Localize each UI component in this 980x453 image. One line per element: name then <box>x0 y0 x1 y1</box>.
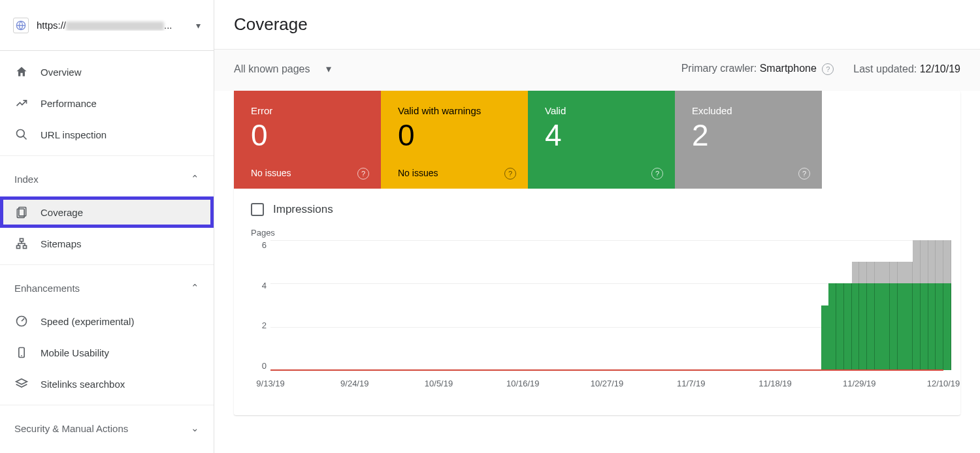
updated-value: 12/10/19 <box>920 63 960 74</box>
svg-rect-5 <box>20 239 24 242</box>
trend-icon <box>14 97 29 110</box>
tile-error[interactable]: Error 0 No issues ? <box>234 91 381 189</box>
sidebar-item-coverage[interactable]: Coverage <box>0 196 214 228</box>
x-tick: 10/16/19 <box>506 379 540 388</box>
bar-valid[interactable] <box>921 283 928 370</box>
sidebar-item-mobile-usability[interactable]: Mobile Usability <box>0 337 214 368</box>
bar-valid[interactable] <box>882 283 890 370</box>
page-title: Coverage <box>214 0 980 50</box>
bar-valid[interactable] <box>890 283 898 370</box>
sitemap-icon <box>14 237 29 250</box>
crawler-value: Smartphone <box>760 63 817 74</box>
bar-valid[interactable] <box>852 283 860 370</box>
coverage-chart: Pages 6 4 2 0 9/13/199/2 <box>234 223 960 415</box>
x-axis: 9/13/199/24/1910/5/1910/16/1910/27/1911/… <box>270 375 943 397</box>
tile-sub: No issues <box>251 168 364 178</box>
svg-rect-7 <box>24 245 27 248</box>
last-updated: Last updated: 12/10/19 <box>853 63 960 75</box>
svg-line-2 <box>24 136 27 140</box>
updated-label: Last updated: <box>853 63 919 74</box>
sidebar-item-label: Speed (experimental) <box>41 316 134 327</box>
bar-valid[interactable] <box>905 283 913 370</box>
tile-label: Excluded <box>692 105 805 116</box>
caret-down-icon: ▾ <box>326 63 331 75</box>
help-icon[interactable]: ? <box>822 63 834 75</box>
tile-valid[interactable]: Valid 4 ? <box>528 91 675 189</box>
sidebar-item-label: Performance <box>41 98 97 109</box>
bar-valid[interactable] <box>943 283 951 370</box>
bar-valid[interactable] <box>928 283 936 370</box>
sidebar-section-security[interactable]: Security & Manual Actions ⌄ <box>0 411 214 446</box>
x-tick: 12/10/19 <box>927 379 960 388</box>
x-tick: 11/7/19 <box>677 379 705 388</box>
tile-label: Error <box>251 105 364 116</box>
help-icon[interactable]: ? <box>357 168 369 180</box>
caret-down-icon: ▾ <box>196 20 201 31</box>
tile-label: Valid with warnings <box>398 105 511 116</box>
svg-point-1 <box>17 130 25 138</box>
x-tick: 9/24/19 <box>340 379 368 388</box>
impressions-toggle[interactable]: Impressions <box>234 189 960 223</box>
section-label: Index <box>14 174 39 185</box>
bar-valid[interactable] <box>859 283 867 370</box>
mobile-icon <box>14 346 29 359</box>
plot-area <box>270 240 943 371</box>
y-tick: 6 <box>262 240 267 250</box>
bar-valid[interactable] <box>898 283 906 370</box>
home-icon <box>14 65 29 78</box>
sidebar-item-label: URL inspection <box>41 129 106 140</box>
sidebar-item-label: Mobile Usability <box>41 347 109 358</box>
section-label: Security & Manual Actions <box>14 423 128 434</box>
x-tick: 11/29/19 <box>843 379 876 388</box>
tile-value: 0 <box>398 120 511 150</box>
tile-excluded[interactable]: Excluded 2 ? <box>675 91 822 189</box>
section-label: Enhancements <box>14 283 80 294</box>
chart-ylabel: Pages <box>251 228 943 238</box>
property-url: https://... <box>37 20 188 31</box>
bar-valid[interactable] <box>936 283 943 370</box>
help-icon[interactable]: ? <box>798 168 810 180</box>
help-icon[interactable]: ? <box>504 168 516 180</box>
checkbox-icon[interactable] <box>251 203 264 216</box>
y-tick: 4 <box>262 281 267 290</box>
help-icon[interactable]: ? <box>651 168 663 180</box>
sidebar-item-speed[interactable]: Speed (experimental) <box>0 305 214 337</box>
sidebar-section-index[interactable]: Index ⌃ <box>0 161 214 196</box>
bar-valid[interactable] <box>821 305 829 371</box>
property-selector[interactable]: https://... ▾ <box>0 0 214 51</box>
bar-valid[interactable] <box>828 283 836 370</box>
bar-valid[interactable] <box>836 283 844 370</box>
svg-marker-11 <box>16 379 27 384</box>
sidebar-item-url-inspection[interactable]: URL inspection <box>0 119 214 150</box>
tile-value: 2 <box>692 120 805 150</box>
y-tick: 0 <box>262 361 267 371</box>
bar-valid[interactable] <box>913 283 921 370</box>
x-tick: 10/5/19 <box>425 379 453 388</box>
tile-valid-with-warnings[interactable]: Valid with warnings 0 No issues ? <box>381 91 528 189</box>
impressions-label: Impressions <box>273 203 333 216</box>
x-tick: 11/18/19 <box>759 379 792 388</box>
bar-valid[interactable] <box>875 283 883 370</box>
x-tick: 10/27/19 <box>591 379 624 388</box>
crawler-label: Primary crawler: <box>681 63 760 74</box>
search-icon <box>14 128 29 141</box>
layers-icon <box>14 377 29 390</box>
bar-valid[interactable] <box>867 283 875 370</box>
bar-valid[interactable] <box>844 283 852 370</box>
filter-label: All known pages <box>234 63 310 75</box>
y-axis: 6 4 2 0 <box>251 240 267 371</box>
sidebar-section-enhancements[interactable]: Enhancements ⌃ <box>0 270 214 305</box>
x-tick: 9/13/19 <box>256 379 284 388</box>
tile-value: 4 <box>545 120 658 150</box>
y-tick: 2 <box>262 320 267 330</box>
page-filter-dropdown[interactable]: All known pages ▾ <box>234 63 331 75</box>
sidebar-item-sitemaps[interactable]: Sitemaps <box>0 228 214 259</box>
pages-icon <box>14 206 29 219</box>
sidebar-item-performance[interactable]: Performance <box>0 87 214 119</box>
sidebar: https://... ▾ Overview Performance URL i… <box>0 0 214 453</box>
zero-line <box>270 369 943 371</box>
svg-rect-6 <box>17 245 20 248</box>
sidebar-item-sitelinks[interactable]: Sitelinks searchbox <box>0 368 214 399</box>
sidebar-item-overview[interactable]: Overview <box>0 56 214 87</box>
tile-label: Valid <box>545 105 658 116</box>
